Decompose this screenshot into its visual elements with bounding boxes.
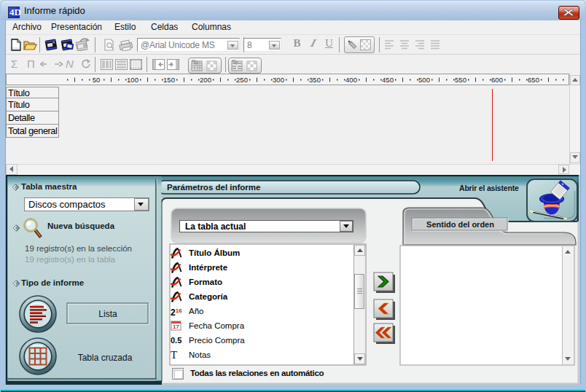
svg-text:17: 17 [173,324,179,330]
svg-text:300: 300 [273,76,284,84]
svg-text:150: 150 [163,76,175,84]
svg-text:200: 200 [200,76,211,84]
svg-text:250: 250 [236,76,248,84]
svg-text:50: 50 [93,76,101,84]
svg-text:550: 550 [455,76,466,84]
svg-text:100: 100 [127,76,138,84]
svg-text:600: 600 [491,76,503,84]
svg-text:650: 650 [528,76,539,84]
svg-text:500: 500 [418,76,430,84]
svg-text:350: 350 [309,76,321,84]
svg-text:450: 450 [382,76,394,84]
svg-text:400: 400 [345,76,357,84]
